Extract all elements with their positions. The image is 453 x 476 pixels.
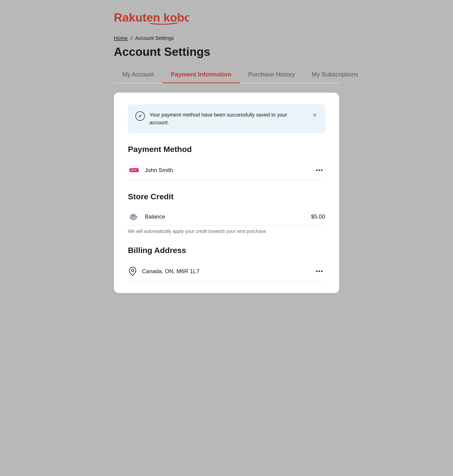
payment-method-section: Payment Method iDEAL John Smith ••• <box>128 145 325 180</box>
tab-payment-information[interactable]: Payment Information <box>162 67 240 83</box>
breadcrumb: Home // Account Settings <box>114 35 339 41</box>
location-pin-icon <box>128 267 137 276</box>
payment-holder-name: John Smith <box>145 167 309 173</box>
payment-method-row: iDEAL John Smith ••• <box>128 160 325 180</box>
store-credit-section: Store Credit Balance $5.00 We wil <box>128 192 325 234</box>
address-more-options-button[interactable]: ••• <box>314 266 325 276</box>
balance-label: Balance <box>145 213 306 220</box>
tab-purchase-history[interactable]: Purchase History <box>240 67 303 83</box>
tab-my-account[interactable]: My Account <box>114 67 162 83</box>
tabs-container: My Account Payment Information Purchase … <box>114 67 339 83</box>
breadcrumb-separator: // <box>130 35 133 41</box>
success-message-text: Your payment method have been successful… <box>149 111 307 126</box>
svg-point-2 <box>131 214 135 217</box>
payment-method-heading: Payment Method <box>128 145 325 154</box>
balance-amount: $5.00 <box>311 213 325 220</box>
billing-address-row: Canada, ON, M6R 1L7 ••• <box>128 262 325 281</box>
balance-row: Balance $5.00 <box>128 208 325 226</box>
svg-point-3 <box>131 217 132 218</box>
svg-text:Rakuten kobo: Rakuten kobo <box>114 11 189 24</box>
main-content-card: Your payment method have been successful… <box>114 93 339 293</box>
payment-more-options-button[interactable]: ••• <box>314 165 325 175</box>
breadcrumb-current: Account Settings <box>135 35 174 41</box>
close-notification-button[interactable]: × <box>312 111 318 119</box>
page-title: Account Settings <box>114 45 339 59</box>
logo: Rakuten kobo <box>114 9 339 26</box>
breadcrumb-home-link[interactable]: Home <box>114 35 128 41</box>
svg-rect-4 <box>136 216 138 218</box>
store-credit-icon <box>128 213 140 221</box>
billing-address-heading: Billing Address <box>128 246 325 255</box>
success-check-icon <box>135 111 145 121</box>
billing-address-text: Canada, ON, M6R 1L7 <box>142 268 309 275</box>
billing-address-section: Billing Address Canada, ON, M6R 1L7 ••• <box>128 246 325 281</box>
tab-my-subscriptions[interactable]: My Subscriptions <box>303 67 367 83</box>
success-notification: Your payment method have been successful… <box>128 104 325 133</box>
ideal-badge-text: iDEAL <box>130 168 139 172</box>
ideal-icon: iDEAL <box>128 166 140 174</box>
store-credit-heading: Store Credit <box>128 192 325 201</box>
svg-point-7 <box>131 269 134 271</box>
store-credit-note: We will automatically apply your credit … <box>128 229 325 234</box>
